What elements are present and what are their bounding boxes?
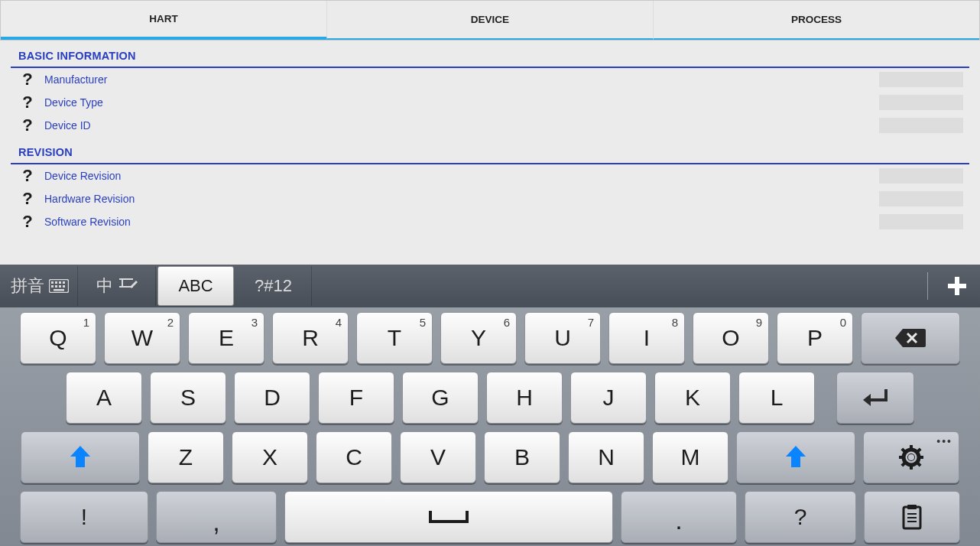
key-b[interactable]: B bbox=[484, 431, 560, 483]
question-icon: ? bbox=[11, 189, 44, 209]
key-question[interactable]: ? bbox=[745, 491, 856, 543]
key-sup: 8 bbox=[672, 316, 678, 329]
field-value-slot bbox=[879, 118, 963, 133]
key-label: H bbox=[516, 385, 533, 411]
key-settings[interactable]: ••• bbox=[863, 431, 959, 483]
keyboard-row-3: Z X C V B N M ••• bbox=[6, 431, 974, 483]
keyboard-icon bbox=[49, 279, 69, 293]
key-clipboard[interactable] bbox=[864, 491, 960, 543]
key-p[interactable]: P0 bbox=[777, 312, 853, 364]
key-v[interactable]: V bbox=[400, 431, 476, 483]
section-header-revision: REVISION bbox=[11, 137, 969, 164]
key-m[interactable]: M bbox=[652, 431, 729, 483]
key-label: P bbox=[807, 325, 823, 351]
svg-rect-4 bbox=[63, 281, 65, 284]
svg-rect-9 bbox=[54, 289, 64, 291]
key-sup: 0 bbox=[840, 316, 846, 329]
tab-hart[interactable]: HART bbox=[1, 1, 327, 40]
question-icon: ? bbox=[11, 70, 44, 89]
tab-label: DEVICE bbox=[471, 14, 509, 25]
tab-device[interactable]: DEVICE bbox=[327, 1, 654, 40]
key-r[interactable]: R4 bbox=[272, 312, 349, 364]
field-row-software-revision[interactable]: ? Software Revision bbox=[11, 210, 969, 233]
key-sup: 1 bbox=[83, 316, 89, 329]
key-label: M bbox=[681, 444, 700, 470]
field-row-hardware-revision[interactable]: ? Hardware Revision bbox=[11, 187, 969, 210]
key-label: O bbox=[722, 325, 739, 351]
field-row-device-type[interactable]: ? Device Type bbox=[11, 91, 969, 114]
svg-rect-0 bbox=[49, 280, 68, 293]
key-n[interactable]: N bbox=[568, 431, 644, 483]
tab-process[interactable]: PROCESS bbox=[654, 1, 979, 40]
key-l[interactable]: L bbox=[738, 372, 815, 424]
key-s[interactable]: S bbox=[150, 372, 226, 424]
key-backspace[interactable] bbox=[861, 312, 960, 364]
mode-label: 拼音 bbox=[11, 275, 44, 297]
question-icon: ? bbox=[11, 212, 44, 232]
key-label: X bbox=[262, 444, 277, 470]
question-icon: ? bbox=[11, 115, 44, 135]
mode-label: ABC bbox=[178, 276, 213, 296]
more-dots-icon: ••• bbox=[936, 435, 952, 447]
field-row-device-id[interactable]: ? Device ID bbox=[11, 114, 969, 137]
key-space[interactable] bbox=[284, 491, 613, 543]
key-sup: 5 bbox=[420, 316, 426, 329]
key-o[interactable]: O9 bbox=[693, 312, 769, 364]
key-a[interactable]: A bbox=[66, 372, 142, 424]
field-label: Device Revision bbox=[44, 170, 121, 182]
divider bbox=[927, 272, 928, 300]
key-i[interactable]: I8 bbox=[608, 312, 685, 364]
key-e[interactable]: E3 bbox=[188, 312, 264, 364]
key-k[interactable]: K bbox=[654, 372, 731, 424]
key-label: N bbox=[598, 444, 615, 470]
key-j[interactable]: J bbox=[570, 372, 647, 424]
key-label: A bbox=[96, 385, 112, 411]
field-label: Device Type bbox=[44, 96, 103, 109]
key-q[interactable]: Q1 bbox=[20, 312, 96, 364]
key-h[interactable]: H bbox=[486, 372, 563, 424]
svg-rect-8 bbox=[63, 285, 65, 288]
key-c[interactable]: C bbox=[316, 431, 392, 483]
add-button[interactable] bbox=[936, 266, 978, 306]
key-label: S bbox=[180, 385, 196, 411]
key-g[interactable]: G bbox=[402, 372, 479, 424]
key-label: L bbox=[771, 385, 784, 411]
svg-rect-6 bbox=[55, 285, 57, 288]
field-label: Device ID bbox=[44, 119, 91, 132]
mode-handwriting[interactable]: 中 bbox=[80, 266, 156, 306]
svg-rect-5 bbox=[51, 285, 54, 288]
key-label: I bbox=[644, 325, 650, 351]
key-enter[interactable] bbox=[836, 372, 914, 424]
key-label: Q bbox=[49, 325, 67, 351]
key-shift-left[interactable] bbox=[21, 431, 140, 483]
key-x[interactable]: X bbox=[232, 431, 308, 483]
key-d[interactable]: D bbox=[234, 372, 310, 424]
key-sup: 4 bbox=[336, 316, 342, 329]
key-w[interactable]: W2 bbox=[104, 312, 180, 364]
field-row-device-revision[interactable]: ? Device Revision bbox=[11, 164, 969, 187]
key-period[interactable]: . bbox=[621, 491, 737, 543]
field-row-manufacturer[interactable]: ? Manufacturer bbox=[11, 68, 969, 91]
keyboard-rows: Q1 W2 E3 R4 T5 Y6 U7 I8 O9 P0 A S D F G … bbox=[0, 307, 980, 543]
clipboard-icon bbox=[900, 504, 923, 530]
key-sup: 2 bbox=[167, 316, 174, 329]
key-t[interactable]: T5 bbox=[356, 312, 433, 364]
key-exclamation[interactable]: ! bbox=[20, 491, 148, 543]
key-y[interactable]: Y6 bbox=[440, 312, 517, 364]
key-label: B bbox=[514, 444, 530, 470]
question-icon: ? bbox=[11, 93, 44, 112]
enter-icon bbox=[862, 386, 889, 409]
keyboard-row-2: A S D F G H J K L bbox=[6, 372, 974, 424]
key-sup: 3 bbox=[251, 316, 258, 329]
keyboard-row-1: Q1 W2 E3 R4 T5 Y6 U7 I8 O9 P0 bbox=[6, 312, 974, 364]
key-f[interactable]: F bbox=[318, 372, 394, 424]
mode-abc[interactable]: ABC bbox=[157, 266, 234, 306]
key-shift-right[interactable] bbox=[736, 431, 855, 483]
field-label: Software Revision bbox=[44, 216, 131, 228]
svg-point-22 bbox=[908, 454, 914, 460]
mode-pinyin[interactable]: 拼音 bbox=[2, 266, 78, 306]
key-comma[interactable]: , bbox=[156, 491, 277, 543]
mode-symbols[interactable]: ?#12 bbox=[235, 266, 312, 306]
key-z[interactable]: Z bbox=[148, 431, 224, 483]
key-u[interactable]: U7 bbox=[524, 312, 601, 364]
